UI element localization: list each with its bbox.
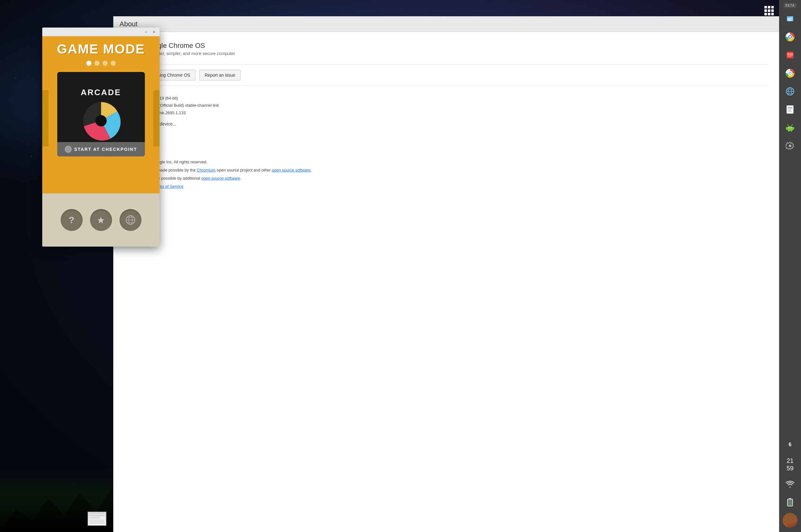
footer-line1-end: . (311, 168, 312, 172)
dot-1 (87, 61, 91, 66)
star-button[interactable]: ★ (90, 209, 112, 231)
svg-point-32 (791, 127, 792, 128)
svg-point-40 (789, 145, 791, 147)
time-hour: 21 (787, 457, 794, 464)
time-widget[interactable]: 21 59 (787, 454, 794, 474)
dot-2 (95, 61, 99, 66)
svg-point-46 (99, 134, 103, 139)
svg-rect-38 (791, 130, 792, 132)
game-titlebar: − × (42, 27, 159, 36)
svg-point-8 (789, 36, 791, 38)
chrome-header: Google Chrome OS The faster, simpler, an… (123, 41, 769, 57)
footer-title: Google Chrome (123, 148, 769, 157)
globe-icon (125, 214, 136, 226)
window-thumbnail[interactable] (88, 512, 107, 526)
svg-line-33 (787, 125, 788, 126)
game-mode-title: GAME MODE (57, 42, 145, 56)
globe-button[interactable] (119, 209, 141, 231)
svg-rect-42 (789, 498, 791, 499)
dot-3 (103, 61, 108, 66)
wifi-icon[interactable] (782, 476, 799, 493)
svg-rect-15 (787, 56, 792, 57)
svg-rect-2 (787, 18, 793, 19)
svg-rect-36 (793, 127, 794, 130)
about-footer: Google Chrome Copyright 2014 Google Inc.… (123, 140, 769, 191)
svg-rect-14 (787, 55, 793, 56)
svg-rect-27 (787, 110, 791, 111)
game-dots-indicator (87, 61, 116, 66)
svg-rect-3 (787, 19, 791, 20)
oss-link-1[interactable]: open source software (272, 168, 311, 172)
webstore-icon[interactable] (782, 46, 799, 63)
svg-rect-11 (788, 53, 788, 55)
game-content: GAME MODE ARCADE (42, 36, 159, 247)
svg-point-31 (788, 127, 789, 128)
footer-copyright: Copyright 2014 Google Inc. All rights re… (123, 158, 769, 166)
avatar-image (783, 513, 798, 528)
svg-rect-24 (787, 106, 794, 114)
about-header: About (113, 16, 779, 32)
svg-rect-26 (787, 109, 793, 109)
chrome-icon-1[interactable] (782, 28, 799, 45)
settings-icon[interactable] (782, 137, 799, 154)
about-panel: About Google Chrome OS The faster, simpl… (113, 16, 779, 532)
files-icon[interactable] (782, 10, 799, 27)
svg-rect-12 (790, 53, 790, 55)
notification-badge[interactable]: 6 (782, 436, 799, 453)
arcade-box: ARCADE (57, 72, 145, 156)
chrome-icon-2[interactable] (782, 65, 799, 82)
game-bottom-section: ? ★ (42, 193, 159, 247)
update-status-row: Updating your device... (123, 121, 769, 127)
chromium-link[interactable]: Chromium (197, 168, 215, 172)
footer-line3: Google Chrome Terms of Service (123, 183, 769, 191)
time-minute: 59 (787, 464, 794, 472)
svg-line-34 (792, 125, 793, 126)
star-icon: ★ (97, 215, 105, 226)
right-handle (153, 90, 159, 147)
svg-rect-44 (788, 504, 792, 506)
footer-line2-end: . (240, 176, 242, 180)
help-icon: ? (69, 215, 74, 225)
version-info: Version 37.0.2062.119 (64-bit) Platform … (123, 95, 769, 116)
android-icon[interactable] (782, 119, 799, 136)
version-line-3: Firmware Google_Link.2695.1.133 (123, 109, 769, 116)
dot-4 (111, 61, 116, 66)
svg-rect-1 (787, 16, 790, 18)
pie-chart (81, 100, 121, 141)
game-mode-window: − × GAME MODE ARCADE (42, 27, 159, 247)
about-title: About (119, 20, 138, 28)
battery-icon[interactable] (782, 494, 799, 511)
help-button[interactable]: ? (61, 209, 82, 231)
docs-icon[interactable] (782, 101, 799, 118)
minimize-button[interactable]: − (143, 29, 149, 35)
network-icon[interactable] (782, 83, 799, 100)
report-issue-button[interactable]: Report an issue (199, 70, 241, 80)
left-handle (42, 90, 49, 147)
game-top-section: GAME MODE ARCADE (42, 36, 159, 193)
footer-line1-mid: open source project and other (215, 168, 272, 172)
oss-link-2[interactable]: open source software (201, 176, 240, 180)
arcade-label: ARCADE (81, 88, 121, 97)
badge-number: 6 (789, 442, 792, 448)
svg-point-18 (789, 72, 791, 74)
start-checkpoint-button[interactable]: START AT CHECKPOINT (57, 142, 145, 156)
thumbnail-preview (88, 512, 106, 525)
svg-rect-13 (792, 53, 792, 55)
close-button[interactable]: × (151, 29, 157, 35)
right-sidebar: BETA (779, 0, 801, 532)
footer-line2: Chrome OS is made possible by additional… (123, 174, 769, 183)
start-circle-icon (65, 146, 72, 153)
svg-point-45 (95, 115, 107, 127)
version-line-1: Version 37.0.2062.119 (64-bit) (123, 95, 769, 102)
about-content: Google Chrome OS The faster, simpler, an… (113, 32, 779, 532)
svg-rect-25 (787, 107, 793, 108)
svg-rect-4 (787, 20, 792, 21)
user-avatar[interactable] (782, 512, 799, 529)
grid-dots-icon (764, 6, 774, 15)
svg-rect-28 (787, 111, 792, 112)
about-buttons-row: Get help with using Chrome OS Report an … (123, 64, 769, 86)
app-grid-button[interactable] (762, 4, 776, 18)
footer-line1: Google Chrome is made possible by the Ch… (123, 166, 769, 174)
svg-rect-35 (786, 127, 787, 130)
svg-rect-37 (788, 130, 789, 132)
